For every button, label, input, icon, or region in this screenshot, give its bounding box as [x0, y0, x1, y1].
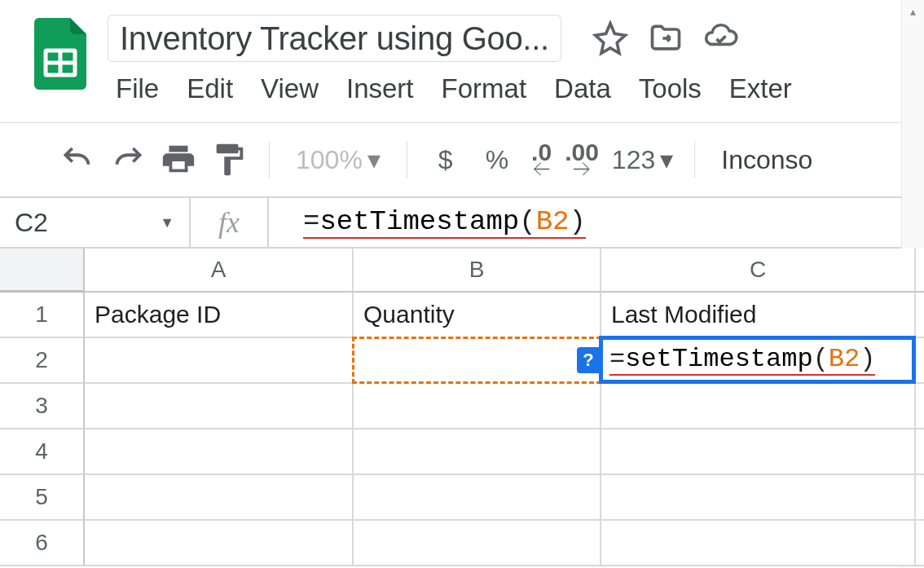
cell-d2[interactable]	[916, 338, 924, 384]
menu-format[interactable]: Format	[442, 73, 527, 104]
paint-format-icon[interactable]	[210, 141, 248, 178]
cell-a4[interactable]	[85, 429, 354, 475]
menu-data[interactable]: Data	[554, 73, 611, 104]
formula-bar: C2 ▼ fx =setTimestamp(B2)	[0, 196, 924, 249]
scroll-up-icon[interactable]: ▴	[901, 0, 924, 23]
document-title[interactable]: Inventory Tracker using Goo...	[108, 15, 561, 62]
toolbar-separator	[269, 141, 270, 178]
cell-c1[interactable]: Last Modified	[601, 293, 916, 338]
decrease-decimal-button[interactable]: .0 🡠	[531, 143, 552, 177]
column-header-a[interactable]: A	[85, 249, 354, 293]
select-all-corner[interactable]	[0, 249, 85, 293]
redo-icon[interactable]	[109, 141, 147, 178]
format-percent-button[interactable]: %	[476, 145, 518, 175]
row-header-1[interactable]: 1	[0, 293, 85, 338]
column-header-b[interactable]: B	[354, 249, 601, 293]
menu-bar: File Edit View Insert Format Data Tools …	[108, 70, 906, 104]
spreadsheet-grid: A B C 1 Package ID Quantity Last Modifie…	[0, 249, 924, 566]
cell-c2-editing[interactable]: ? =setTimestamp(B2)	[599, 336, 916, 384]
menu-extensions[interactable]: Exter	[729, 73, 792, 104]
format-currency-button[interactable]: $	[429, 145, 463, 175]
cell-c6[interactable]	[601, 521, 916, 566]
cell-a5[interactable]	[85, 475, 354, 521]
cell-d6[interactable]	[916, 521, 924, 566]
toolbar-separator	[694, 141, 695, 178]
app-header: Inventory Tracker using Goo... File Edit…	[0, 0, 924, 108]
cell-c5[interactable]	[601, 475, 916, 521]
name-box[interactable]: C2 ▼	[0, 198, 191, 247]
row-header-5[interactable]: 5	[0, 475, 85, 521]
cell-a1[interactable]: Package ID	[85, 293, 354, 338]
cell-d5[interactable]	[916, 475, 924, 521]
cell-d1[interactable]	[916, 293, 924, 338]
formula-help-icon[interactable]: ?	[577, 347, 600, 373]
increase-decimal-button[interactable]: .00 🡢	[565, 143, 599, 177]
move-folder-icon[interactable]	[648, 20, 684, 56]
cell-d3[interactable]	[916, 384, 924, 429]
arrow-right-icon: 🡢	[573, 162, 591, 177]
toolbar-separator	[407, 141, 407, 178]
active-cell-ref: C2	[15, 208, 48, 238]
menu-insert[interactable]: Insert	[346, 73, 414, 104]
star-icon[interactable]	[592, 20, 628, 56]
font-select[interactable]: Inconso	[716, 145, 812, 175]
undo-icon[interactable]	[59, 141, 96, 178]
menu-view[interactable]: View	[261, 73, 319, 104]
chevron-down-icon: ▾	[367, 144, 381, 175]
cell-b3[interactable]	[354, 384, 601, 429]
formula-input[interactable]: =setTimestamp(B2)	[269, 198, 924, 247]
menu-file[interactable]: File	[116, 73, 159, 104]
cell-b5[interactable]	[354, 475, 601, 521]
cell-a2[interactable]	[85, 338, 354, 384]
chevron-down-icon: ▾	[660, 144, 673, 175]
zoom-select[interactable]: 100% ▾	[291, 144, 385, 175]
column-header-c[interactable]: C	[601, 249, 916, 293]
sheets-logo-icon[interactable]	[24, 18, 96, 90]
cell-a6[interactable]	[85, 521, 354, 566]
cell-c4[interactable]	[601, 429, 916, 475]
cell-b2[interactable]	[352, 337, 601, 384]
toolbar: 100% ▾ $ % .0 🡠 .00 🡢 123 ▾ Inconso	[0, 123, 924, 196]
cell-b4[interactable]	[354, 429, 601, 475]
zoom-value: 100%	[296, 145, 363, 175]
row-header-4[interactable]: 4	[0, 429, 85, 475]
print-icon[interactable]	[160, 141, 197, 178]
menu-edit[interactable]: Edit	[187, 73, 233, 104]
row-header-6[interactable]: 6	[0, 521, 85, 566]
cell-c3[interactable]	[601, 384, 916, 429]
fx-icon: fx	[191, 198, 269, 247]
cell-b1[interactable]: Quantity	[354, 293, 601, 338]
cell-a3[interactable]	[85, 384, 354, 429]
arrow-left-icon: 🡠	[533, 162, 551, 177]
row-header-2[interactable]: 2	[0, 338, 85, 384]
row-header-3[interactable]: 3	[0, 384, 85, 429]
menu-tools[interactable]: Tools	[639, 73, 702, 104]
chevron-down-icon: ▼	[160, 214, 174, 231]
number-format-select[interactable]: 123 ▾	[612, 144, 673, 175]
cell-d4[interactable]	[916, 429, 924, 475]
cell-b6[interactable]	[354, 521, 601, 566]
cloud-status-icon[interactable]	[703, 20, 739, 56]
column-header-d[interactable]	[916, 249, 924, 293]
